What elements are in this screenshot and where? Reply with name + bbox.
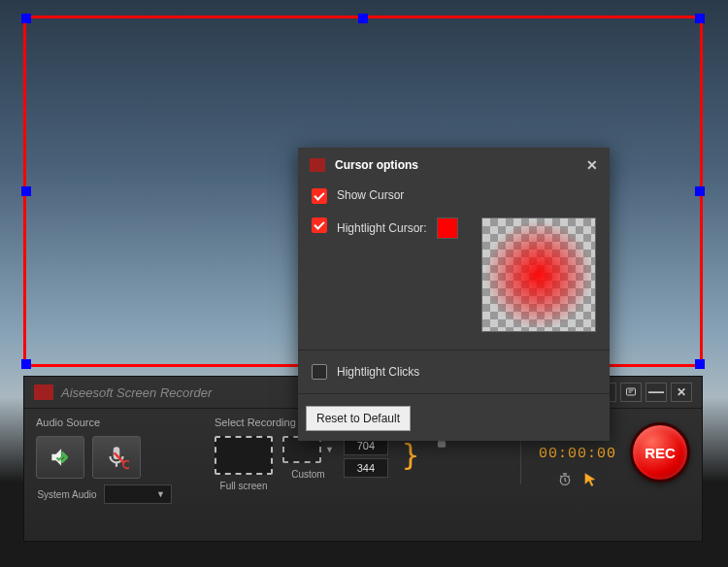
height-field[interactable]: 344 [344, 458, 388, 478]
cursor-options-icon[interactable] [582, 472, 598, 490]
highlight-color-swatch[interactable] [437, 217, 458, 239]
app-icon [310, 158, 325, 172]
app-logo-icon [34, 384, 53, 400]
feedback-icon [625, 386, 637, 398]
separator [298, 350, 610, 350]
duration-value: 00:00:00 [539, 446, 616, 462]
show-cursor-row: Show Cursor [298, 183, 610, 210]
reset-button[interactable]: Reset to Default [306, 406, 411, 431]
microphone-icon [104, 445, 129, 470]
system-audio-text: System Audio [36, 489, 98, 500]
cursor-options-panel: Cursor options ✕ Show Cursor Hightlight … [298, 148, 610, 441]
feedback-button[interactable] [620, 383, 642, 402]
full-screen-label: Full screen [220, 481, 268, 491]
timer-icon[interactable] [557, 472, 573, 490]
popup-title: Cursor options [335, 158, 418, 172]
svg-point-1 [123, 461, 129, 469]
app-title: Aiseesoft Screen Recorder [61, 385, 212, 400]
custom-label: Custom [291, 469, 324, 480]
highlight-cursor-label: Hightlight Cursor: [337, 221, 427, 235]
highlight-clicks-checkbox[interactable] [312, 364, 327, 380]
show-cursor-label: Show Cursor [337, 188, 404, 202]
close-icon[interactable]: ✕ [586, 157, 598, 173]
minimize-button[interactable]: — [645, 383, 667, 402]
full-screen-button[interactable] [215, 436, 273, 475]
highlight-clicks-row: Hightlight Clicks [298, 354, 610, 389]
speaker-icon [48, 445, 73, 470]
show-cursor-checkbox[interactable] [312, 188, 327, 204]
audio-device-dropdown[interactable]: ▼ [104, 484, 172, 504]
custom-dropdown-icon[interactable]: ▼ [325, 445, 334, 454]
microphone-toggle[interactable] [92, 436, 141, 479]
popup-header: Cursor options ✕ [298, 148, 610, 183]
highlight-preview [481, 217, 596, 332]
highlight-cursor-checkbox[interactable] [312, 217, 327, 233]
highlight-clicks-label: Hightlight Clicks [337, 365, 419, 379]
system-audio-toggle[interactable] [36, 436, 84, 479]
separator [298, 393, 610, 394]
highlight-cursor-row: Hightlight Cursor: [298, 210, 610, 346]
close-button[interactable]: ✕ [671, 383, 692, 402]
record-button[interactable]: REC [630, 422, 690, 483]
audio-source-label: Audio Source [36, 417, 201, 428]
dimension-bracket: } [402, 436, 419, 475]
